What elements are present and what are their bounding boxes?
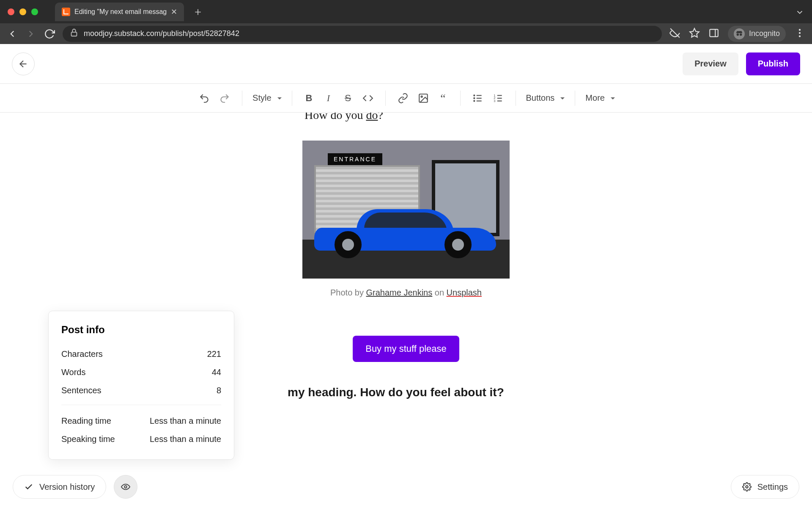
version-history-button[interactable]: Version history — [13, 475, 106, 499]
window-controls — [8, 8, 38, 15]
caption-prefix: Photo by — [330, 288, 366, 297]
stat-row: Speaking timeLess than a minute — [61, 430, 221, 448]
image-caption[interactable]: Photo by Grahame Jenkins on Unsplash — [302, 288, 510, 298]
eye-off-icon[interactable] — [669, 28, 680, 40]
publish-button[interactable]: Publish — [746, 52, 800, 75]
post-info-popover: Post info Characters221 Words44 Sentence… — [48, 311, 234, 460]
image-figure[interactable]: ENTRANCE Photo by Grahame Jenkins on Uns… — [302, 141, 510, 298]
stat-value: 44 — [212, 367, 221, 377]
close-tab-icon[interactable]: ✕ — [171, 7, 177, 17]
version-history-label: Version history — [39, 482, 95, 492]
incognito-badge[interactable]: Incognito — [728, 26, 786, 42]
text-fragment-suffix: ? — [378, 113, 383, 121]
undo-icon[interactable] — [195, 89, 214, 108]
editor-canvas[interactable]: How do you do? ENTRANCE Photo by Grahame… — [0, 113, 812, 508]
app-header: Preview Publish — [0, 44, 812, 84]
svg-point-6 — [740, 33, 742, 36]
numbered-list-icon[interactable]: 123 — [488, 89, 508, 108]
buttons-dropdown[interactable]: Buttons — [524, 93, 568, 103]
svg-point-18 — [474, 100, 475, 101]
stat-label: Speaking time — [61, 434, 115, 444]
svg-point-25 — [124, 486, 127, 488]
body-text-fragment[interactable]: How do you do? — [250, 113, 562, 122]
svg-point-5 — [737, 33, 739, 36]
browser-tab[interactable]: Editing "My next email messag ✕ — [55, 3, 184, 21]
tabs-dropdown-icon[interactable] — [795, 8, 804, 19]
stat-label: Words — [61, 367, 85, 377]
redo-icon[interactable] — [215, 89, 234, 108]
reload-icon[interactable] — [44, 28, 55, 39]
image-icon[interactable] — [414, 89, 433, 108]
close-window-icon[interactable] — [8, 8, 14, 15]
settings-button[interactable]: Settings — [731, 475, 799, 499]
browser-chrome: Editing "My next email messag ✕ ＋ moodjo… — [0, 0, 812, 44]
caption-source-link[interactable]: Unsplash — [447, 288, 482, 297]
tab-strip: Editing "My next email messag ✕ ＋ — [0, 0, 812, 23]
incognito-label: Incognito — [749, 29, 780, 38]
content-image[interactable]: ENTRANCE — [302, 141, 510, 279]
minimize-window-icon[interactable] — [19, 8, 26, 15]
caption-middle: on — [432, 288, 446, 297]
address-row: moodjoy.substack.com/publish/post/528278… — [0, 23, 812, 44]
stat-value: 8 — [217, 386, 221, 395]
svg-point-26 — [746, 486, 748, 488]
more-dropdown[interactable]: More — [583, 93, 617, 103]
svg-marker-2 — [690, 28, 699, 37]
quote-icon[interactable]: “ — [434, 89, 453, 108]
nav-back-icon[interactable] — [7, 28, 18, 39]
car-illustration — [314, 207, 496, 258]
stat-row: Reading timeLess than a minute — [61, 412, 221, 430]
url-text: moodjoy.substack.com/publish/post/528278… — [84, 29, 239, 38]
style-dropdown[interactable]: Style — [250, 93, 284, 103]
text-fragment: How do you — [304, 113, 366, 121]
cta-button[interactable]: Buy my stuff please — [353, 336, 459, 362]
settings-label: Settings — [757, 482, 788, 492]
tab-title: Editing "My next email messag — [74, 8, 167, 16]
svg-rect-3 — [710, 29, 718, 36]
post-info-toggle[interactable] — [114, 475, 137, 499]
preview-button[interactable]: Preview — [683, 52, 738, 75]
caption-author-link[interactable]: Grahame Jenkins — [366, 288, 433, 297]
lock-icon — [69, 28, 79, 39]
editor-toolbar: Style B I S “ 123 Buttons More — [0, 84, 812, 113]
text-underlined: do — [366, 113, 378, 121]
bottom-bar: Version history Settings — [0, 466, 812, 508]
panel-icon[interactable] — [708, 28, 719, 40]
stat-label: Characters — [61, 349, 103, 359]
new-tab-button[interactable]: ＋ — [192, 4, 204, 19]
image-sign-text: ENTRANCE — [328, 153, 382, 165]
svg-point-7 — [799, 29, 801, 30]
incognito-icon — [734, 28, 745, 39]
stat-row: Sentences8 — [61, 381, 221, 400]
kebab-menu-icon[interactable] — [794, 28, 805, 40]
svg-point-16 — [474, 95, 475, 96]
back-button[interactable] — [12, 52, 35, 75]
maximize-window-icon[interactable] — [31, 8, 38, 15]
link-icon[interactable] — [393, 89, 413, 108]
svg-point-12 — [421, 96, 422, 97]
svg-text:3: 3 — [494, 99, 495, 102]
stat-value: Less than a minute — [150, 434, 221, 444]
svg-rect-0 — [71, 32, 77, 36]
svg-point-17 — [474, 97, 475, 98]
stat-label: Sentences — [61, 386, 102, 395]
post-info-title: Post info — [61, 324, 221, 336]
svg-point-9 — [799, 35, 801, 37]
italic-icon[interactable]: I — [319, 89, 338, 108]
code-icon[interactable] — [358, 89, 378, 108]
stat-label: Reading time — [61, 416, 111, 426]
nav-forward-icon[interactable] — [25, 28, 36, 39]
stat-value: Less than a minute — [150, 416, 221, 426]
address-bar[interactable]: moodjoy.substack.com/publish/post/528278… — [63, 26, 662, 42]
browser-right-icons: Incognito — [669, 26, 805, 42]
star-icon[interactable] — [689, 28, 700, 40]
bold-icon[interactable]: B — [300, 89, 318, 108]
heading-text[interactable]: my heading. How do you feel about it? — [195, 386, 617, 399]
substack-favicon-icon — [62, 8, 70, 16]
stat-row: Characters221 — [61, 345, 221, 363]
bullet-list-icon[interactable] — [468, 89, 488, 108]
svg-point-8 — [799, 32, 801, 33]
stat-value: 221 — [207, 349, 221, 359]
stat-row: Words44 — [61, 363, 221, 381]
strikethrough-icon[interactable]: S — [339, 89, 357, 108]
